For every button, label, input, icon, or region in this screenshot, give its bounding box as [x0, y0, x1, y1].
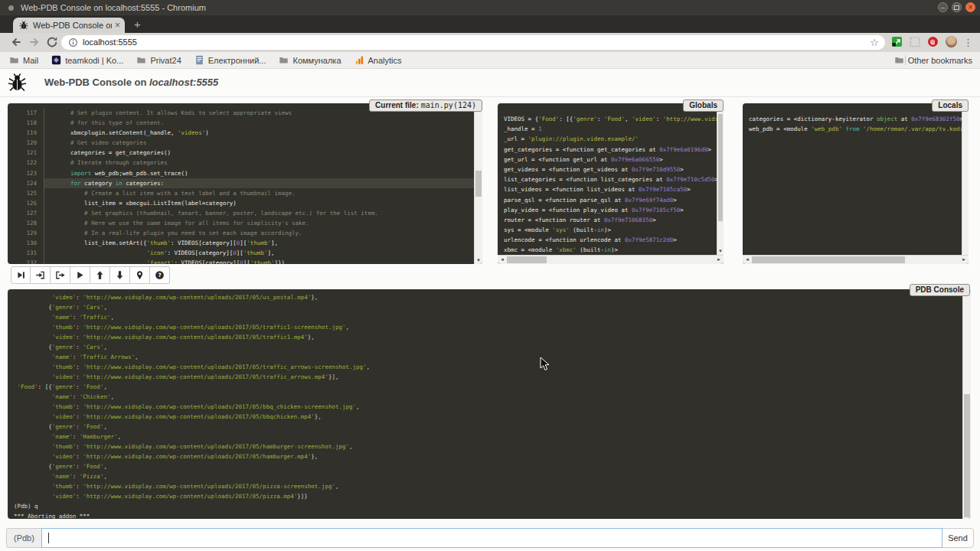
console-line: 'name': 'Hamburger',: [14, 432, 962, 442]
bookmark-item[interactable]: Mail: [9, 55, 38, 65]
pdb-command-input[interactable]: [41, 528, 942, 548]
code-lines: 117 # Set plugin content. It allows Kodi…: [8, 103, 474, 264]
bookmark-label: Коммуналка: [292, 56, 341, 65]
globals-line: VIDEOS = {'Food': [{'genre': 'Food', 'vi…: [504, 114, 717, 124]
console-line: {'genre': 'Food',: [14, 422, 962, 432]
globals-line: parse_qsl = <function parse_qsl at 0x7f9…: [504, 195, 717, 205]
code-scroll-thumb[interactable]: [475, 171, 482, 197]
maximize-button[interactable]: [952, 2, 962, 12]
console-line: 'name': 'Chicken',: [14, 392, 962, 402]
globals-horizontal-scrollbar[interactable]: ◄ ►: [498, 255, 724, 264]
minimize-button[interactable]: –: [938, 2, 948, 12]
browser-tab[interactable]: Web-PDB Console on loca ×: [13, 18, 125, 33]
scroll-down-icon[interactable]: ▼: [475, 257, 482, 263]
other-bookmarks-label: Other bookmarks: [908, 56, 972, 65]
help-button[interactable]: ?: [150, 266, 170, 284]
browser-toolbar: localhost:5555 ☆ ⋮: [0, 33, 980, 52]
line-number: 124: [8, 178, 44, 188]
extension-green-icon[interactable]: [891, 36, 903, 47]
line-number: 132: [8, 258, 44, 264]
current-file-name: main.py(124): [421, 101, 476, 109]
bookmark-item[interactable]: teamkodi | Ko...: [51, 55, 123, 65]
scroll-left-icon[interactable]: ◄: [745, 257, 750, 262]
globals-vscroll-thumb[interactable]: [718, 114, 723, 221]
scroll-left-icon[interactable]: ◄: [500, 257, 505, 262]
console-vertical-scrollbar[interactable]: [962, 289, 971, 519]
window-controls: – ×: [938, 2, 975, 12]
globals-line: _handle = 1: [504, 124, 717, 134]
send-button[interactable]: Send: [942, 528, 974, 548]
tab-close-icon[interactable]: ×: [112, 20, 120, 31]
console-line: 'thumb': 'http://www.vidsplay.com/wp-con…: [14, 442, 962, 452]
continue-button[interactable]: [70, 266, 90, 284]
where-button[interactable]: [130, 266, 150, 284]
locals-line: categories = <dictionary-keyiterator obj…: [749, 114, 962, 124]
site-dark-icon: [51, 55, 61, 65]
console-line: (Pdb) q: [14, 501, 962, 511]
console-line: 'Food': [{'genre': 'Food',: [14, 382, 962, 392]
arrow-down-icon: [115, 270, 125, 280]
forward-icon[interactable]: [28, 35, 41, 49]
line-number: 120: [8, 138, 44, 148]
globals-lines: VIDEOS = {'Food': [{'genre': 'Food', 'vi…: [498, 103, 717, 255]
down-button[interactable]: [110, 266, 130, 284]
globals-vertical-scrollbar[interactable]: ▼: [717, 103, 724, 255]
step-forward-icon: [16, 270, 26, 280]
step-button[interactable]: [31, 266, 51, 284]
step-out-icon: [55, 270, 65, 280]
extensions-row: [891, 36, 957, 47]
return-button[interactable]: [51, 266, 70, 284]
code-line: 131 'icon': VIDEOS[category][0]['thumb']…: [8, 248, 474, 258]
console-line: 'video': 'http://www.vidsplay.com/wp-con…: [14, 452, 962, 461]
console-line: 'name': 'Traffic Arrows',: [14, 352, 962, 362]
extension-red-icon[interactable]: [927, 36, 939, 47]
info-icon[interactable]: [68, 37, 78, 47]
close-button[interactable]: ×: [965, 2, 975, 12]
address-bar[interactable]: localhost:5555 ☆: [61, 35, 885, 50]
locals-line: web_pdb = <module 'web_pdb' from '/home/…: [749, 124, 962, 134]
code-vertical-scrollbar[interactable]: ▲ ▼: [474, 103, 482, 264]
bookmark-label: Mail: [23, 56, 38, 65]
globals-panel: Globals VIDEOS = {'Food': [{'genre': 'Fo…: [498, 103, 724, 264]
globals-line: list_categories = <function list_categor…: [504, 174, 717, 184]
page-title: Web-PDB Console on localhost:5555: [44, 77, 218, 88]
page-title-host: localhost:5555: [149, 77, 218, 88]
scroll-down-icon[interactable]: ▼: [717, 248, 724, 254]
window-title: Web-PDB Console on localhost:5555 - Chro…: [21, 0, 206, 15]
other-bookmarks-button[interactable]: Other bookmarks: [894, 52, 972, 68]
console-line: {'genre': 'Cars',: [14, 302, 962, 312]
console-scroll-thumb[interactable]: [964, 394, 970, 517]
back-icon[interactable]: [9, 35, 23, 49]
console-line: 'thumb': 'http://www.vidsplay.com/wp-con…: [14, 481, 962, 491]
line-number: 119: [8, 128, 44, 138]
extension-dashed-icon[interactable]: [910, 37, 920, 47]
bookmark-item[interactable]: Analytics: [354, 55, 402, 65]
scroll-right-icon[interactable]: ►: [717, 257, 721, 262]
folder-icon: [136, 55, 146, 65]
globals-line: get_videos = <function get_videos at 0x7…: [504, 165, 717, 174]
locals-hscroll-thumb[interactable]: [752, 256, 905, 263]
up-button[interactable]: [90, 266, 110, 284]
avatar[interactable]: [946, 36, 957, 47]
code-line-current: 124 for category in categories:: [8, 178, 474, 188]
new-tab-button[interactable]: +: [132, 19, 143, 31]
window-icon-dot: [8, 5, 14, 11]
locals-vertical-scrollbar[interactable]: [962, 103, 969, 255]
folder-icon: [9, 55, 19, 65]
locals-label: Locals: [932, 99, 969, 112]
globals-hscroll-thumb[interactable]: [507, 256, 547, 263]
reload-icon[interactable]: [45, 35, 59, 49]
bookmark-item[interactable]: Електронний...: [194, 55, 266, 65]
pdb-prompt-label: (Pdb): [6, 528, 41, 548]
next-button[interactable]: [11, 266, 31, 284]
scroll-right-icon[interactable]: ►: [962, 257, 966, 262]
browser-menu-icon[interactable]: ⋮: [963, 35, 973, 50]
bug-favicon-icon: [19, 21, 28, 30]
code-line: 119 xbmcplugin.setContent(_handle, 'vide…: [8, 128, 474, 138]
bookmark-star-icon[interactable]: ☆: [870, 35, 879, 50]
url-text[interactable]: localhost:5555: [83, 35, 137, 50]
bookmark-item[interactable]: Privat24: [136, 55, 181, 65]
locals-horizontal-scrollbar[interactable]: ◄ ►: [743, 255, 969, 264]
bookmark-item[interactable]: Коммуналка: [279, 55, 341, 65]
code-line: 123 import web_pdb;web_pdb.set_trace(): [8, 168, 474, 178]
